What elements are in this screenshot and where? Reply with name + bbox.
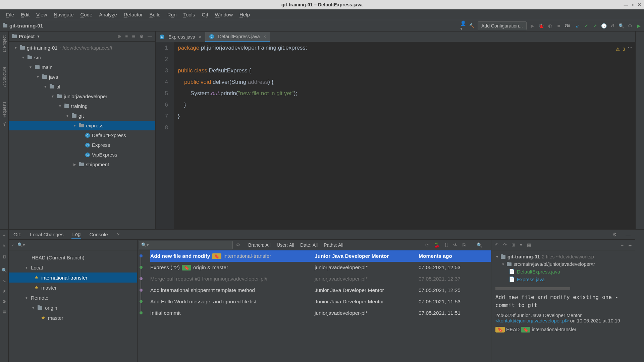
gear-icon[interactable]: ⚙ [612,230,618,239]
tree-row-defaultexpress[interactable]: CDefaultExpress [9,130,155,140]
run-config-select[interactable]: Add Configuration... [478,21,527,30]
commit-row[interactable]: Add international shippemnt template met… [150,285,491,296]
editor-tab-DefaultExpress.java[interactable]: CDefaultExpress.java✕ [205,32,270,42]
tree-row-git[interactable]: ▼git [9,111,155,121]
detail-path[interactable]: ▼ src/main/java/pl/juniorjavadeveloper/t… [495,260,631,268]
menu-view[interactable]: View [34,10,50,19]
scrollbar[interactable] [495,287,570,290]
tree-row-pl[interactable]: ▼pl [9,82,155,92]
tree-row-juniorjavadeveloper[interactable]: ▼juniorjavadeveloper [9,92,155,101]
settings-icon[interactable]: ⚙ [627,23,633,28]
commit-row[interactable]: Add new file and modify 🔖international-t… [150,250,491,262]
expand-icon[interactable]: ≡ [125,34,128,39]
branch-master[interactable]: ★ master [9,283,137,293]
commit-row[interactable]: Initial commit juniorjavadeveloper-pl*07… [150,307,491,319]
branch-international-transfer[interactable]: ★ international-transfer [9,273,137,283]
commit-row[interactable]: Express (#2) 🔖origin & masterjuniorjavad… [150,262,491,273]
sidebar-tab-pull-requests[interactable]: Pull Requests [2,100,7,128]
git-history-icon[interactable]: 🕓 [601,23,606,28]
log-search-input[interactable]: 🔍▾ [139,241,233,249]
close-icon[interactable]: ✕ [116,231,120,238]
eye-icon[interactable]: 👁 [453,242,458,248]
collapse-all-icon[interactable]: ≣ [628,242,632,247]
run-anything-icon[interactable]: ▶ [636,23,641,28]
find-icon[interactable]: 🔍 [477,242,482,248]
git-tab-console[interactable]: Console [89,230,108,239]
group-icon[interactable]: ⊞ [512,242,515,247]
menu-build[interactable]: Build [147,10,163,19]
sort-icon[interactable]: ⇅ [444,242,448,248]
menu-refactor[interactable]: Refactor [121,10,146,19]
project-panel-title[interactable]: Project [19,34,35,39]
diff-icon[interactable]: 🔍 [2,268,7,273]
git-push-icon[interactable]: ↗ [592,23,598,28]
tree-row-express[interactable]: CExpress [9,140,155,150]
tree-row-git-training-01[interactable]: ▼git-training-01~/dev/dev/workspaces/t [9,43,155,53]
hide-icon[interactable]: — [625,230,631,239]
sidebar-tab-project[interactable]: 1: Project [2,34,7,55]
cherry-pick-icon[interactable]: 🍒 [434,242,440,248]
gear-icon[interactable]: ⚙ [140,34,144,39]
expand-all-icon[interactable]: ≡ [621,242,624,247]
goto-icon[interactable]: ⎘ [463,242,465,248]
tree-row-express[interactable]: ▼express [9,121,155,130]
filter-user[interactable]: User: All [277,242,294,248]
dropdown-icon[interactable]: ▼ [37,35,40,38]
collapse-icon[interactable]: ≣ [132,34,136,39]
close-icon[interactable]: ✕ [638,2,641,7]
close-tab-icon[interactable]: ✕ [199,35,202,39]
remote-origin[interactable]: ▼ origin [9,303,137,313]
tree-row-shippment[interactable]: ▶shippment [9,160,155,169]
settings-icon[interactable]: ⚙ [2,299,6,304]
menu-tools[interactable]: Tools [180,10,198,19]
menu-navigate[interactable]: Navigate [51,10,76,19]
search-icon[interactable]: 🔍▾ [17,242,25,247]
commit-row[interactable]: Add Hello World message, and ignored fil… [150,296,491,307]
tree-row-java[interactable]: ▼java [9,72,155,82]
menu-window[interactable]: Window [212,10,235,19]
editor-tab-Express.java[interactable]: CExpress.java✕ [156,32,205,42]
menu-file[interactable]: File [3,10,17,19]
filter-paths[interactable]: Paths: All [324,242,343,248]
local-branches-header[interactable]: ▼ Local [9,262,137,273]
remote-branch-master[interactable]: ★ master [9,313,137,323]
code-editor[interactable]: 12345678 package pl.juniorjavadeveloper.… [156,42,635,229]
menu-run[interactable]: Run [165,10,179,19]
layout-icon[interactable]: ▦ [527,242,531,247]
hide-icon[interactable]: — [148,34,152,39]
user-icon[interactable]: 👤▾ [460,23,466,28]
fetch-icon[interactable]: ↘ [2,278,6,283]
sidebar-tab-structure[interactable]: 7: Structure [2,65,7,89]
inspection-badge[interactable]: ⚠3 ˆ ˇ [616,44,632,55]
search-icon[interactable]: 🔍 [619,23,624,28]
locate-icon[interactable]: ⊕ [117,34,121,39]
hammer-icon[interactable]: 🔨 [469,23,474,28]
star-icon[interactable]: ★ [2,289,6,294]
add-icon[interactable]: ＋ [2,232,6,238]
code-content[interactable]: package pl.juniorjavadeveloper.training.… [174,42,635,229]
checkout-icon[interactable]: ✎ [2,244,6,249]
delete-icon[interactable]: 🗑 [2,254,6,259]
git-revert-icon[interactable]: ↺ [610,23,615,28]
nav-prev-icon[interactable]: ↶ [495,242,498,247]
filter-date[interactable]: Date: All [300,242,318,248]
layout-icon[interactable]: ▤ [2,309,6,314]
tree-row-src[interactable]: ▼src [9,53,155,62]
debug-icon[interactable]: 🐞 [539,23,544,28]
close-tab-icon[interactable]: ✕ [263,35,266,39]
tree-row-training[interactable]: ▼training [9,101,155,111]
commit-row[interactable]: Merge pull request #1 from juniorjavadev… [150,273,491,285]
tree-row-vipexpress[interactable]: CVipExpress [9,150,155,160]
detail-file-2[interactable]: 📄 Express.java [495,276,631,283]
run-icon[interactable]: ▶ [530,23,535,28]
maximize-icon[interactable]: ▫ [632,2,634,7]
author-email-link[interactable]: <kontakt@juniorjavadeveloper.pl> [495,318,569,323]
menu-help[interactable]: Help [237,10,253,19]
minimize-icon[interactable]: — [624,2,628,7]
head-branch-row[interactable]: HEAD (Current Branch) [9,252,137,262]
breadcrumb[interactable]: git-training-01 [3,23,43,28]
filter-branch[interactable]: Branch: All [248,242,271,248]
menu-git[interactable]: Git [199,10,211,19]
nav-next-icon[interactable]: ↷ [503,242,507,247]
tree-row-main[interactable]: ▼main [9,62,155,72]
